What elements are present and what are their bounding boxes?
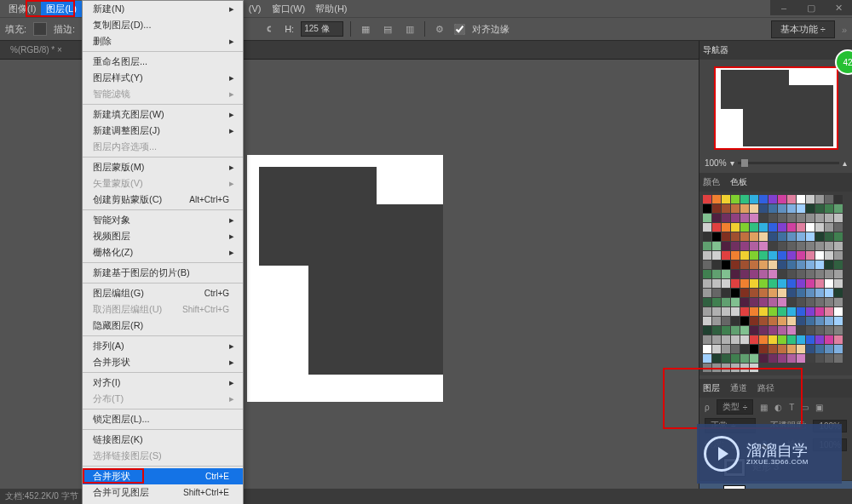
swatch[interactable] [750, 261, 758, 269]
filter-adjust-icon[interactable]: ◐ [774, 403, 782, 412]
swatch[interactable] [815, 317, 824, 325]
align-left-icon[interactable]: ▦ [358, 21, 373, 37]
swatch[interactable] [806, 317, 815, 325]
swatch[interactable] [750, 204, 758, 213]
swatch[interactable] [712, 261, 721, 269]
swatch[interactable] [703, 270, 711, 278]
swatch[interactable] [815, 307, 824, 316]
swatch[interactable] [712, 242, 721, 250]
artboard[interactable] [247, 155, 443, 402]
swatch[interactable] [825, 204, 833, 213]
swatch[interactable] [806, 298, 815, 306]
swatch[interactable] [797, 279, 805, 288]
swatch[interactable] [740, 307, 749, 316]
swatch[interactable] [731, 307, 740, 316]
swatch[interactable] [806, 307, 815, 316]
menu-window[interactable]: 窗口(W) [267, 1, 311, 17]
swatch[interactable] [787, 261, 796, 269]
swatch[interactable] [712, 204, 721, 213]
swatch[interactable] [703, 298, 711, 306]
swatch[interactable] [778, 298, 786, 306]
swatch[interactable] [703, 345, 711, 353]
swatch[interactable] [740, 251, 749, 260]
swatch[interactable] [731, 270, 740, 278]
swatch[interactable] [797, 354, 805, 363]
swatch[interactable] [731, 345, 740, 353]
swatch[interactable] [825, 232, 833, 241]
swatch[interactable] [731, 279, 740, 288]
swatch[interactable] [740, 298, 749, 306]
swatch[interactable] [769, 195, 777, 203]
swatch[interactable] [731, 204, 740, 213]
swatch[interactable] [740, 364, 749, 372]
swatch[interactable] [759, 251, 768, 260]
swatch[interactable] [740, 214, 749, 222]
swatch[interactable] [797, 261, 805, 269]
tab-paths[interactable]: 路径 [757, 382, 774, 394]
menu-item[interactable]: 新建填充图层(W)▸ [83, 106, 243, 123]
swatch[interactable] [815, 242, 824, 250]
align-center-icon[interactable]: ▤ [380, 21, 395, 37]
window-close[interactable]: ✕ [825, 0, 852, 15]
swatch[interactable] [806, 195, 815, 203]
swatch[interactable] [834, 335, 843, 344]
swatch[interactable] [769, 289, 777, 297]
swatch[interactable] [750, 307, 758, 316]
swatch[interactable] [787, 242, 796, 250]
swatch[interactable] [787, 289, 796, 297]
swatch[interactable] [769, 354, 777, 363]
window-minimize[interactable]: – [770, 0, 797, 15]
height-input[interactable] [301, 21, 343, 37]
menu-item[interactable]: 删除▸ [83, 33, 243, 49]
swatch[interactable] [740, 204, 749, 213]
swatch[interactable] [825, 326, 833, 335]
swatch[interactable] [759, 270, 768, 278]
swatch[interactable] [722, 242, 730, 250]
swatch[interactable] [769, 298, 777, 306]
menu-item[interactable]: 图层编组(G)Ctrl+G [83, 285, 243, 301]
tab-channels[interactable]: 通道 [730, 382, 747, 394]
swatch[interactable] [806, 354, 815, 363]
swatch[interactable] [834, 261, 843, 269]
swatch[interactable] [769, 326, 777, 335]
swatch[interactable] [806, 270, 815, 278]
swatch[interactable] [787, 307, 796, 316]
swatch[interactable] [825, 335, 833, 344]
swatch[interactable] [834, 289, 843, 297]
swatch[interactable] [722, 204, 730, 213]
swatch[interactable] [722, 279, 730, 288]
swatch[interactable] [750, 279, 758, 288]
swatch[interactable] [759, 354, 768, 363]
swatch[interactable] [815, 335, 824, 344]
swatch[interactable] [759, 298, 768, 306]
swatch[interactable] [834, 298, 843, 306]
menu-item[interactable]: 图层蒙版(M)▸ [83, 159, 243, 175]
swatch[interactable] [834, 307, 843, 316]
filter-smart-icon[interactable]: ▣ [815, 403, 823, 412]
swatch[interactable] [712, 326, 721, 335]
swatch[interactable] [825, 317, 833, 325]
swatch[interactable] [731, 364, 740, 372]
swatch[interactable] [778, 345, 786, 353]
swatch[interactable] [712, 364, 721, 372]
swatch[interactable] [712, 298, 721, 306]
swatch[interactable] [834, 354, 843, 363]
swatch[interactable] [722, 251, 730, 260]
swatch[interactable] [731, 326, 740, 335]
swatch[interactable] [769, 345, 777, 353]
swatch[interactable] [825, 345, 833, 353]
swatch[interactable] [712, 251, 721, 260]
swatch[interactable] [769, 261, 777, 269]
swatch[interactable] [740, 317, 749, 325]
swatch[interactable] [769, 232, 777, 241]
swatch[interactable] [722, 223, 730, 232]
swatch[interactable] [825, 195, 833, 203]
swatch[interactable] [806, 242, 815, 250]
swatch[interactable] [712, 317, 721, 325]
menu-item[interactable]: 合并可见图层Shift+Ctrl+E [83, 484, 243, 501]
zoom-out-icon[interactable]: ▾ [730, 158, 734, 168]
align-right-icon[interactable]: ▥ [402, 21, 417, 37]
swatch[interactable] [815, 261, 824, 269]
swatch[interactable] [778, 335, 786, 344]
swatch[interactable] [759, 335, 768, 344]
